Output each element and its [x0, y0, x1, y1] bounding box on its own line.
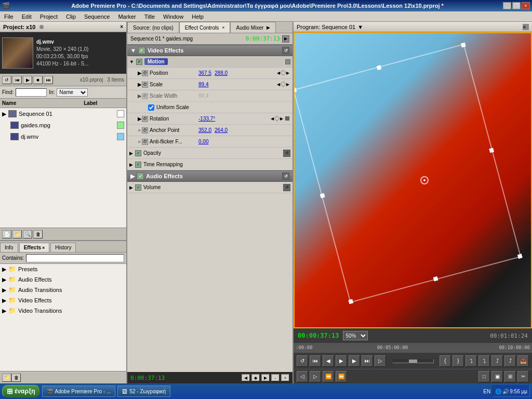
tab-history[interactable]: History [50, 243, 76, 252]
close-button[interactable]: × [522, 2, 530, 9]
jog-thumb[interactable] [409, 360, 417, 363]
prog-safe-margins-btn[interactable]: □ [478, 371, 490, 382]
transport-prev-button[interactable]: ⏮ [12, 76, 22, 84]
anchor-stopwatch-icon[interactable]: ⏱ [142, 127, 148, 134]
menu-sequence[interactable]: Sequence [82, 12, 112, 21]
prog-dropdown-icon[interactable]: ▼ [357, 24, 363, 30]
audio-effects-enable-icon[interactable]: ✓ [137, 172, 144, 180]
taskbar-premiere-item[interactable]: 🎬 Adobe Premiere Pro - ... [42, 385, 116, 397]
ec-close-icon[interactable]: × [222, 25, 224, 30]
ec-tab-source[interactable]: Source: (no clips) [127, 22, 179, 33]
project-close-button[interactable]: × [120, 24, 123, 30]
volume-reset-icon[interactable]: ↺ [283, 184, 290, 191]
anchor-y-value[interactable]: 264,0 [215, 127, 228, 133]
opacity-enable-checkbox[interactable]: ✓ [135, 150, 141, 156]
project-search-button[interactable]: 🔍 [23, 230, 32, 238]
folder-presets[interactable]: ▶ 📁 Presets [0, 264, 126, 274]
prog-output-btn[interactable]: ▣ [491, 371, 503, 382]
pos-prev-keyframe[interactable]: ◀ [277, 71, 280, 75]
prog-loop-btn[interactable]: ↺ [297, 355, 308, 367]
menu-marker[interactable]: Marker [116, 12, 138, 21]
folder-audio-transitions[interactable]: ▶ 📁 Audio Transitions [0, 285, 126, 295]
prog-lift-btn[interactable]: ⤴ [491, 355, 503, 367]
prog-export-btn[interactable]: 📤 [517, 355, 529, 367]
ec-add-keyframe-button[interactable]: ◆ [251, 374, 260, 381]
pos-next-keyframe[interactable]: ▶ [286, 71, 289, 75]
scale-next-kf[interactable]: ▶ [286, 82, 289, 87]
prog-step-fwd-btn[interactable]: ⏭ [362, 355, 373, 367]
prog-insert-btn[interactable]: ⤵ [466, 355, 477, 367]
project-item-gaides[interactable]: gaides.mpg [0, 119, 126, 131]
motion-enable-checkbox[interactable]: ✓ [136, 59, 142, 65]
scale-value[interactable]: 89,4 [198, 82, 208, 87]
prog-extract-btn[interactable]: ⤴ [504, 355, 516, 367]
rotation-value[interactable]: -133,7° [198, 116, 215, 122]
video-effects-toggle[interactable]: ▼ [130, 47, 136, 54]
project-new-button[interactable]: 📄 [2, 230, 11, 238]
transport-play-button[interactable]: ▶ [23, 76, 32, 84]
scale-add-kf[interactable] [280, 81, 286, 87]
program-close-icon[interactable]: × [523, 24, 529, 30]
rotation-stopwatch-icon[interactable]: ⏱ [142, 116, 148, 122]
menu-title[interactable]: Title [142, 12, 157, 21]
project-item-sequence[interactable]: ▶ Sequence 01 [0, 108, 126, 119]
minimize-button[interactable]: _ [503, 2, 511, 9]
ec-next-keyframe-button[interactable]: ▶ [261, 374, 270, 381]
rot-next-kf[interactable]: ▶ [280, 116, 283, 121]
start-button[interactable]: ⊞ έναρξη [2, 385, 40, 397]
vol-enable-checkbox[interactable]: ✓ [135, 184, 141, 191]
rot-prev-kf[interactable]: ◀ [271, 116, 274, 121]
position-y-value[interactable]: 288,0 [215, 70, 228, 76]
tab-effects[interactable]: Effects × [19, 243, 50, 252]
scale-prev-kf[interactable]: ◀ [277, 82, 280, 87]
uniform-scale-checkbox[interactable] [148, 104, 154, 111]
tr-expand-icon[interactable]: ▶ [129, 162, 133, 167]
project-delete-button[interactable]: 🗑 [33, 230, 43, 238]
prog-prev-frame-btn[interactable]: ◀ [323, 355, 334, 367]
pos-add-keyframe[interactable] [280, 70, 286, 75]
menu-edit[interactable]: Edit [20, 12, 34, 21]
prog-prev-edit-btn[interactable]: ⏪ [323, 371, 334, 382]
scale-stopwatch-icon[interactable]: ⏱ [142, 82, 148, 88]
opacity-expand-icon[interactable]: ▶ [129, 151, 133, 156]
ec-zoom-in-button[interactable]: + [281, 374, 289, 381]
ec-audio-expand-icon[interactable]: ▶ [267, 25, 270, 30]
tab-effects-close[interactable]: × [42, 245, 45, 250]
tr-enable-checkbox[interactable]: ✓ [135, 162, 141, 168]
menu-help[interactable]: Help [190, 12, 206, 21]
transport-loop-button[interactable]: ↺ [2, 76, 11, 84]
rot-add-kf[interactable] [274, 115, 280, 121]
motion-expand-icon[interactable]: ▼ [129, 59, 134, 64]
opacity-reset-icon[interactable]: ↺ [283, 150, 290, 157]
ec-tab-effect-controls[interactable]: Effect Controls × [179, 22, 231, 33]
prog-shuttle-left-btn[interactable]: ◁ [297, 371, 308, 382]
prog-shuttle-right-btn[interactable]: ▷ [310, 371, 321, 382]
anchor-x-value[interactable]: 352,0 [198, 127, 211, 133]
prog-multicam-btn[interactable]: ⊞ [504, 371, 516, 382]
prog-next-edit-btn[interactable]: ⏩ [336, 371, 347, 382]
anti-flicker-value[interactable]: 0,00 [198, 139, 208, 144]
menu-window[interactable]: Window [161, 12, 185, 21]
rot-keyframe-icon[interactable] [285, 116, 289, 121]
prog-step-back-btn[interactable]: ⏮ [310, 355, 321, 367]
transport-next-button[interactable]: ⏭ [44, 76, 53, 84]
prog-next-frame-btn[interactable]: ▶ [349, 355, 360, 367]
in-select[interactable]: Name [57, 88, 88, 97]
program-zoom-select[interactable]: 50% 25% 100% [343, 331, 368, 340]
transport-stop-button[interactable]: ■ [33, 76, 43, 84]
prog-trim-monitor-btn[interactable]: ✂ [517, 371, 529, 382]
folder-audio-effects[interactable]: ▶ 📁 Audio Effects [0, 274, 126, 285]
restore-button[interactable]: ❐ [512, 2, 521, 9]
ec-go-to-button[interactable]: ▶ [282, 35, 289, 43]
folder-video-transitions[interactable]: ▶ 📁 Video Transitions [0, 305, 126, 316]
position-stopwatch-icon[interactable]: ⏱ [142, 70, 148, 76]
prog-play-btn[interactable]: ▶ [336, 355, 347, 367]
menu-file[interactable]: File [2, 12, 16, 21]
menu-clip[interactable]: Clip [64, 12, 78, 21]
folder-video-effects[interactable]: ▶ 📁 Video Effects [0, 295, 126, 305]
menu-project[interactable]: Project [38, 12, 60, 21]
position-x-value[interactable]: 367,5 [198, 70, 211, 76]
delete-effect-button[interactable]: 🗑 [11, 374, 21, 382]
find-input[interactable] [16, 88, 47, 97]
prog-overwrite-btn[interactable]: ⤵ [478, 355, 490, 367]
